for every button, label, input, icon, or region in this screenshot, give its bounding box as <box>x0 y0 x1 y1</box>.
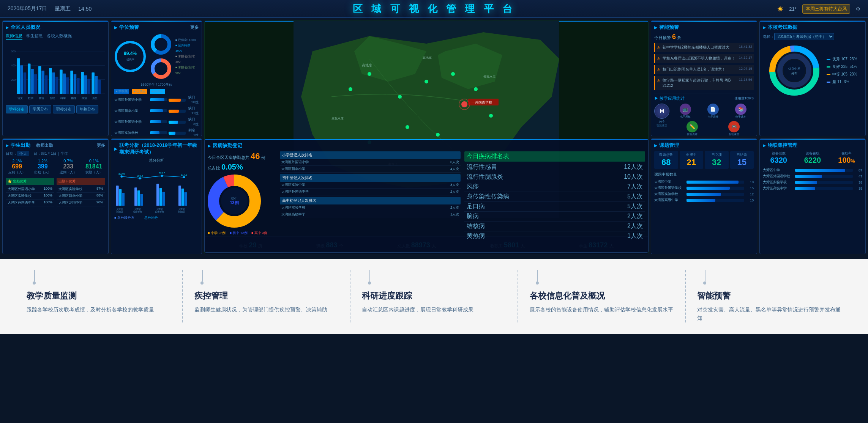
seats-legend: ■ 已供应: 1300 ■ 区外待供: 1000 ■ 未报名(安排): 390 … <box>175 38 199 76</box>
svg-text:400: 400 <box>11 64 16 67</box>
svg-text:新华学校: 新华学校 <box>155 211 164 213</box>
attend-tables: ⭐ 出勤优秀 大湾区外国语小学100% 大湾区实验学校100% 大湾区外国语中学… <box>6 178 105 206</box>
svg-rect-64 <box>159 188 162 206</box>
sick-pie-legend: ■ 小学 26例 ■ 初中 13例 ■ 高中 3例 <box>208 231 276 236</box>
svg-rect-20 <box>63 74 66 94</box>
feature-desc-1: 跟踪各学校历次联考成绩，及时分析各学校的教学质量 <box>27 305 171 314</box>
dot-2 <box>200 281 204 285</box>
svg-point-40 <box>116 42 145 71</box>
panel-exam: 本校考试数据 选择： 2019年5月考试数据（初中） <box>759 20 866 136</box>
exam-select[interactable]: 2019年5月考试数据（初中） <box>774 33 834 40</box>
svg-text:优良中差: 优良中差 <box>788 67 800 71</box>
dashed-line-3 <box>369 270 370 281</box>
col-4: 智能预警 今日预警 6 条 ⚠ 初中学学校2楼的东侧楼梯人口密度过大 16:41… <box>651 20 757 254</box>
svg-rect-12 <box>34 74 37 94</box>
svg-point-86 <box>474 87 478 91</box>
stat-iot-online: 设备在线 6220 <box>797 151 828 165</box>
tab-teacher-attend[interactable]: 教师出勤 <box>36 143 53 148</box>
svg-text:大湾区: 大湾区 <box>156 208 163 211</box>
svg-point-106 <box>780 56 809 85</box>
svg-text:高地东: 高地东 <box>423 56 432 60</box>
svg-text:外国语: 外国语 <box>178 211 185 213</box>
svg-point-91 <box>461 101 467 107</box>
svg-rect-62 <box>140 194 143 206</box>
warning-icon-1: ⚠ <box>657 45 661 50</box>
features-section: 教学质量监测 跟踪各学校历次联考成绩，及时分析各学校的教学质量 疾控管理 监测师… <box>0 259 868 334</box>
feature-research: 科研进度跟踪 自动汇总区内课题进度，展现日常教学科研成果 <box>350 270 518 322</box>
topic-bars: 大湾区中学 18 大湾区外国语学校 15 大湾区实验学校 12 大湾区高级中学 <box>654 179 754 203</box>
svg-point-85 <box>451 72 455 76</box>
panel-iot: 物联集控管理 设备总数 6320 设备在线 6220 在线率 100% <box>759 138 866 254</box>
dot-4 <box>536 281 539 285</box>
panel-sick: 因病缺勤登记 今日全区因病缺勤总共 46 例 总占比 0.05% <box>204 139 649 253</box>
seat-row-1: 大湾区外国语小学 缺口：20位 <box>114 95 199 105</box>
gauge: 99.4% 已供率 <box>114 41 147 73</box>
settings-icon[interactable]: ⚙ <box>856 6 860 12</box>
tab-school-count[interactable]: 各校人数概况 <box>47 33 72 40</box>
svg-point-82 <box>368 72 371 76</box>
stat-completed: 已结题 15 <box>730 151 754 169</box>
topic-row-3: 大湾区实验学校 12 <box>654 192 754 197</box>
app-icons: 🖥 26个 智慧课堂 📺 电子黑板 📄 电子课件 <box>654 104 754 136</box>
date-select[interactable]: 今天 <box>17 151 29 156</box>
svg-text:已供率: 已供率 <box>126 58 134 61</box>
sick-rankings: 小学登记人次排名 大湾区外国语小学6人次 大湾区新华小学4人次 初中登记人次排名… <box>280 151 461 247</box>
svg-text:政治: 政治 <box>82 97 87 99</box>
iot-row-4: 大湾区高级中学 35 <box>763 186 862 191</box>
svg-rect-23 <box>74 74 76 94</box>
stat-iot-total: 设备总数 6320 <box>763 151 794 165</box>
svg-point-51 <box>161 175 163 177</box>
svg-text:景观水库: 景观水库 <box>483 75 496 79</box>
col-2: 学位预警 更多 99.4% 已供率 <box>111 20 202 254</box>
warning-icon-3: ⚠ <box>657 67 661 72</box>
topic-row-2: 大湾区外国语学校 15 <box>654 186 754 190</box>
svg-text:生物: 生物 <box>50 97 55 99</box>
panel-people: 全区人员概况 教师信息 学生信息 各校人数概况 600 400 200 <box>2 20 109 136</box>
seats-total: 1690学生 / 1700学位 <box>114 82 199 87</box>
svg-text:高地东: 高地东 <box>362 63 372 67</box>
header-right: ☀️ 21° 本周三将有特大台风 ⚙ <box>777 4 860 14</box>
tab-student-info[interactable]: 学生信息 <box>26 33 43 40</box>
more-attend[interactable]: 更多 <box>97 143 105 148</box>
more-seats[interactable]: 更多 <box>190 25 199 30</box>
high-ranking: 高中初登记人次排名 大湾区实验学校2人次 大湾区高级中学1人次 <box>280 197 461 218</box>
col-5: 本校考试数据 选择： 2019年5月考试数据（初中） <box>759 20 866 254</box>
disease-table: 今日疾病排名表 流行性感冒12人次 流行性腮腺炎10人次 风疹7人次 身传染性传… <box>464 151 645 247</box>
btn-edu[interactable]: 学历分布 <box>29 105 51 113</box>
stat-iot-rate: 在线率 100% <box>831 151 862 165</box>
feature-title-3: 科研进度跟踪 <box>362 290 506 302</box>
stat-expected: 2.1% 699 应到（人） <box>6 159 28 175</box>
svg-text:320.5: 320.5 <box>159 172 165 175</box>
panel-warning: 智能预警 今日预警 6 条 ⚠ 初中学学校2楼的东侧楼梯人口密度过大 16:41… <box>651 20 757 136</box>
svg-rect-61 <box>137 190 140 206</box>
topic-row-4: 大湾区高级中学 10 <box>654 198 754 203</box>
svg-text:大湾区: 大湾区 <box>134 208 141 211</box>
people-tabs: 教师信息 学生信息 各校人数概况 <box>6 33 105 40</box>
tab-teacher-info[interactable]: 教师信息 <box>6 33 22 40</box>
warning-icon-4: ⚠ <box>657 78 661 83</box>
svg-rect-17 <box>52 72 55 94</box>
svg-text:数学: 数学 <box>28 97 33 99</box>
iot-row-2: 大湾区外国语学校 47 <box>763 174 862 179</box>
weather-badge: 本周三将有特大台风 <box>802 4 850 14</box>
svg-rect-63 <box>156 184 159 206</box>
svg-rect-59 <box>122 193 125 206</box>
app-grid: 📺 电子黑板 📄 电子课件 📚 电子课本 <box>672 104 754 136</box>
svg-text:语文: 语文 <box>17 97 23 99</box>
iot-stats: 设备总数 6320 设备在线 6220 在线率 100% <box>763 151 862 165</box>
sick-rate-label: 总占比 0.05% <box>208 163 276 171</box>
seats-title: 学位预警 更多 <box>114 24 199 31</box>
bad-attend-table: 出勤不优秀 大湾区实验学校87% 大湾区新华小学88% 大湾区龙翔中学90% <box>57 178 105 206</box>
sick-title: 因病缺勤登记 <box>208 142 645 149</box>
panel-exam-analysis: 联考分析（2018-2019学年初一年级期末调研考试） 总分分析 322.5 2… <box>111 138 202 254</box>
svg-point-88 <box>406 125 409 129</box>
svg-rect-24 <box>77 78 79 94</box>
btn-title[interactable]: 职称分布 <box>53 105 75 113</box>
stat-late: 0.7% 233 迟到（人） <box>57 159 80 175</box>
good-attend-table: ⭐ 出勤优秀 大湾区外国语小学100% 大湾区实验学校100% 大湾区外国语中学… <box>6 178 54 206</box>
btn-subject[interactable]: 学科分布 <box>6 105 28 113</box>
seat-row-4: 大湾区实验学校 剩余：1位 <box>114 128 199 136</box>
svg-text:大湾区: 大湾区 <box>116 208 123 211</box>
iot-row-1: 大湾区中学 87 <box>763 168 862 173</box>
btn-age[interactable]: 年龄分布 <box>76 105 98 113</box>
